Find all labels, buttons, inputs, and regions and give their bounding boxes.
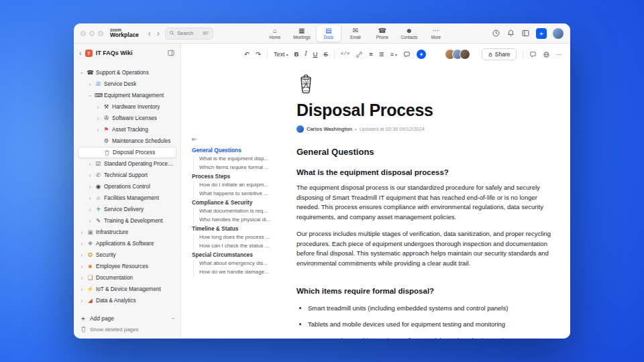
maximize-window-button[interactable] [98, 31, 103, 36]
chevron-right-icon[interactable]: › [87, 218, 93, 225]
bullet-list-button[interactable]: ≡ [369, 51, 373, 58]
sidebar-item-iot-device-management[interactable]: ›⚡IoT & Device Management [78, 284, 176, 295]
back-button[interactable]: ‹ [148, 29, 152, 38]
tab-phone[interactable]: ☎ Phone [370, 24, 395, 42]
show-deleted-pages-button[interactable]: Show deleted pages [78, 324, 176, 335]
chevron-right-icon[interactable]: › [95, 115, 101, 122]
outline-item[interactable]: How do we handle damage... [199, 269, 288, 278]
chevron-down-icon[interactable]: › [170, 318, 177, 320]
text-style-dropdown[interactable]: Text▾ [274, 51, 288, 58]
chevron-right-icon[interactable]: › [87, 172, 93, 179]
outline-item[interactable]: How can I check the status ... [199, 243, 288, 251]
sidebar-item-equipment-management[interactable]: ›⌨Equipment Management [78, 90, 176, 101]
italic-button[interactable]: I [305, 51, 307, 58]
underline-button[interactable]: U [313, 51, 318, 58]
chevron-down-icon[interactable]: › [87, 93, 93, 99]
chevron-down-icon[interactable]: › [78, 70, 85, 76]
comments-panel-icon[interactable] [529, 51, 537, 58]
bold-button[interactable]: B [294, 51, 299, 58]
sidebar-item-training-development[interactable]: ›✎Training & Development [78, 215, 176, 227]
sidebar-item-standard-operating-procedures[interactable]: ›☑Standard Operating Procedures [78, 158, 176, 170]
chevron-right-icon[interactable]: › [79, 286, 85, 293]
outline-item[interactable]: How long does the process ... [199, 234, 288, 243]
sidebar-item-facilities-management[interactable]: ›⌂Facilities Management [78, 192, 176, 204]
collapse-sidebar-icon[interactable] [167, 49, 175, 57]
redo-icon[interactable]: ↷ [256, 51, 261, 58]
outline-item[interactable]: Which items require formal ... [199, 164, 288, 173]
sidebar-item-documentation[interactable]: ›❏Documentation [78, 272, 176, 284]
collapse-outline-icon[interactable]: ⇤ [192, 136, 197, 143]
chevron-right-icon[interactable]: › [79, 252, 85, 259]
outline-section-timeline-status[interactable]: Timeline & Status [192, 225, 287, 234]
tab-email[interactable]: ✉ Email [343, 24, 368, 42]
sidebar-item-operations-control[interactable]: ›◉Operations Control [78, 181, 176, 192]
tab-more[interactable]: ⋯ More [423, 24, 449, 42]
sidebar-item-technical-support[interactable]: ›✆Technical Support [78, 170, 176, 181]
comment-button[interactable] [403, 51, 411, 58]
sidebar-item-asset-tracking[interactable]: ›⚑Asset Tracking [78, 124, 176, 135]
undo-icon[interactable]: ↶ [244, 51, 250, 58]
outline-section-special-circumstances[interactable]: Special Circumstances [192, 251, 287, 260]
minimize-window-button[interactable] [89, 31, 95, 36]
outline-item[interactable]: Who handles the physical di... [199, 217, 288, 225]
chevron-right-icon[interactable]: › [87, 161, 93, 168]
sidebar-item-maintenance-schedules[interactable]: ›⚙Maintenance Schedules [78, 135, 176, 147]
sidebar-item-infrastructure[interactable]: ›▣Infrastructure [78, 227, 176, 238]
ai-companion-button[interactable]: ✦ [417, 50, 426, 59]
new-item-button[interactable]: + [536, 28, 547, 39]
outline-item[interactable]: What is the equipment disp... [199, 156, 288, 164]
numbered-list-button[interactable]: ≣ [379, 51, 384, 58]
clock-icon[interactable] [492, 29, 500, 38]
trash-icon[interactable] [297, 73, 551, 95]
tab-contacts[interactable]: ☻ Contacts [396, 24, 422, 42]
sidebar-item-hardware-inventory[interactable]: ›⚒Hardware Inventory [78, 101, 176, 113]
sidebar-item-disposal-process[interactable]: ›Disposal Process [78, 147, 176, 158]
outline-item[interactable]: What happens to sensitive ... [199, 190, 288, 199]
chevron-right-icon[interactable]: › [95, 104, 101, 111]
strikethrough-button[interactable]: S [323, 51, 327, 58]
sidebar-back-icon[interactable]: ‹ [79, 49, 82, 57]
code-button[interactable]: </> [341, 52, 350, 57]
outline-section-process-steps[interactable]: Process Steps [192, 173, 287, 182]
tab-home[interactable]: ⌂ Home [262, 24, 288, 42]
sidebar-item-employee-resources[interactable]: ›☻Employee Resources [78, 261, 176, 272]
tab-docs[interactable]: ▤ Docs [316, 24, 341, 42]
sidebar-item-service-desk[interactable]: ›☏Service Desk [78, 78, 176, 90]
global-search[interactable]: ⌘F [165, 27, 213, 40]
chevron-right-icon[interactable]: › [79, 263, 85, 270]
tab-meetings[interactable]: ▦ Meetings [289, 24, 315, 42]
chevron-right-icon[interactable]: › [79, 298, 85, 304]
user-avatar[interactable] [553, 28, 564, 39]
outline-item[interactable]: How do I initiate an equipm... [199, 182, 288, 190]
link-button[interactable] [356, 51, 363, 58]
chevron-right-icon[interactable]: › [79, 275, 85, 282]
forward-button[interactable]: › [156, 29, 160, 38]
sidebar-item-applications-software[interactable]: ›❖Applications & Software [78, 238, 176, 249]
sidebar-item-software-licenses[interactable]: ›✇Software Licenses [78, 113, 176, 124]
chevron-right-icon[interactable]: › [87, 81, 93, 88]
chevron-right-icon[interactable]: › [79, 241, 85, 247]
close-window-button[interactable] [80, 31, 86, 36]
chevron-right-icon[interactable]: › [79, 229, 85, 236]
search-input[interactable] [177, 30, 200, 36]
chevron-right-icon[interactable]: › [95, 127, 101, 133]
chevron-right-icon[interactable]: › [87, 195, 93, 202]
chevron-right-icon[interactable]: › [87, 184, 93, 190]
sidebar-item-security[interactable]: ›✪Security [78, 249, 176, 261]
side-panel-icon[interactable] [521, 29, 530, 38]
sidebar-item-data-analytics[interactable]: ›◢Data & Analytics [78, 295, 176, 306]
share-button[interactable]: Share [482, 48, 517, 60]
chevron-right-icon[interactable]: › [87, 206, 93, 213]
more-options-icon[interactable]: ⋯ [556, 51, 563, 58]
sidebar-item-service-delivery[interactable]: ›✈Service Delivery [78, 204, 176, 215]
collaborator-avatar[interactable] [460, 49, 470, 60]
add-page-button[interactable]: + Add page › [78, 313, 176, 324]
align-dropdown[interactable]: ≡▾ [390, 51, 397, 58]
outline-section-compliance-security[interactable]: Compliance & Security [192, 199, 287, 208]
outline-item[interactable]: What about emergency dis... [199, 260, 288, 269]
bell-icon[interactable] [506, 29, 515, 38]
globe-icon[interactable] [543, 51, 550, 58]
outline-item[interactable]: What documentation is req... [199, 208, 288, 217]
outline-section-general-questions[interactable]: General Questions [192, 147, 287, 156]
sidebar-item-support-operations[interactable]: ›☎Support & Operations [78, 67, 176, 78]
